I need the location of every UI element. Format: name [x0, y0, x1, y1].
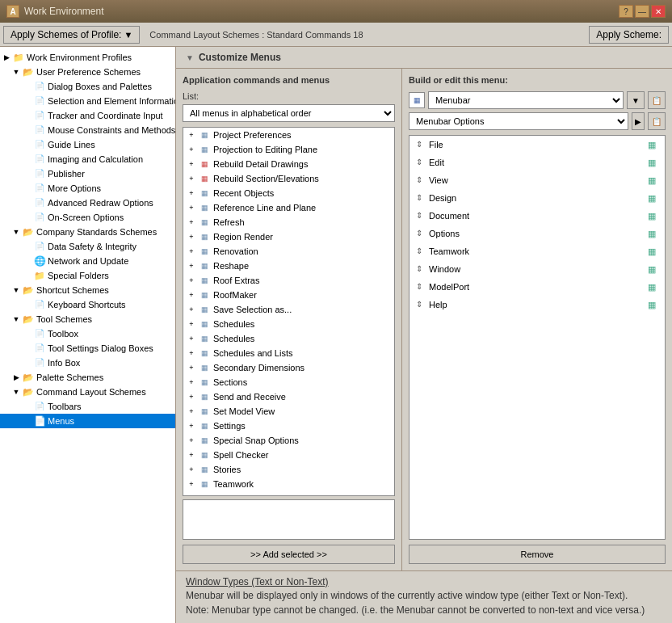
page-icon: 📄	[33, 299, 46, 310]
build-item-label: View	[429, 173, 448, 187]
title-bar-buttons[interactable]: ? — ✕	[619, 5, 666, 18]
expand-icon[interactable]: ▼	[11, 314, 21, 324]
sidebar-item-menus[interactable]: 📄 Menus	[0, 414, 175, 428]
item-label: Renovation	[213, 245, 258, 258]
close-button[interactable]: ✕	[651, 5, 666, 18]
sidebar-item-guide-lines[interactable]: 📄 Guide Lines	[0, 137, 175, 152]
build-list-item[interactable]: ⇕ Options ▦	[410, 225, 665, 242]
list-item[interactable]: + ▦ Region Render	[183, 229, 394, 244]
sidebar-item-label: Imaging and Calculation	[48, 153, 143, 166]
expand-icon[interactable]: ▼	[11, 67, 21, 77]
sidebar-item-command-layout[interactable]: ▼ 📂 Command Layout Schemes	[0, 385, 175, 399]
sidebar-item-on-screen[interactable]: 📄 On-Screen Options	[0, 210, 175, 225]
sidebar-item-publisher[interactable]: 📄 Publisher	[0, 166, 175, 181]
list-item[interactable]: + ▦ Roof Extras	[183, 273, 394, 288]
list-item[interactable]: + ▦ Recent Objects	[183, 186, 394, 200]
sidebar-item-info-box[interactable]: 📄 Info Box	[0, 356, 175, 370]
build-item-label: ModelPort	[429, 280, 469, 294]
list-item[interactable]: + ▦ Project Preferences	[183, 128, 394, 142]
list-dropdown[interactable]: All menus in alphabetical order	[183, 104, 395, 122]
add-selected-button[interactable]: >> Add selected >>	[183, 545, 395, 564]
sidebar-item-label: Tracker and Coordinate Input	[48, 109, 163, 122]
list-item[interactable]: + ▦ Special Snap Options	[183, 433, 394, 448]
sidebar-item-dialog-boxes[interactable]: 📄 Dialog Boxes and Palettes	[0, 79, 175, 94]
list-item[interactable]: + ▦ RoofMaker	[183, 288, 394, 302]
spacer	[23, 82, 32, 91]
list-item[interactable]: + ▦ Schedules	[183, 317, 394, 331]
options-copy-button[interactable]: 📋	[648, 112, 666, 130]
expand-icon[interactable]: ▼	[11, 285, 21, 295]
item-action-icon: ▦	[645, 299, 658, 310]
sidebar-item-tool-schemes[interactable]: ▼ 📂 Tool Schemes	[0, 312, 175, 326]
expand-icon[interactable]: ▼	[11, 387, 21, 397]
menubar-copy-button[interactable]: 📋	[648, 91, 666, 109]
list-item[interactable]: + ▦ Schedules	[183, 331, 394, 346]
help-button[interactable]: ?	[619, 5, 633, 18]
list-item[interactable]: + ▦ Renovation	[183, 244, 394, 259]
list-item[interactable]: + ▦ Projection to Editing Plane	[183, 142, 394, 157]
apply-schemes-dropdown[interactable]: Apply Schemes of Profile: ▼	[3, 26, 140, 44]
build-list-item[interactable]: ⇕ ModelPort ▦	[410, 278, 665, 296]
folder-open-icon: 📂	[22, 386, 35, 398]
sidebar-item-work-environment-profiles[interactable]: ▶ 📁 Work Environment Profiles	[0, 50, 175, 65]
sidebar-item-special-folders[interactable]: 📁 Special Folders	[0, 268, 175, 283]
sidebar-item-toolbox[interactable]: 📄 Toolbox	[0, 326, 175, 341]
collapse-arrow[interactable]: ▼	[186, 53, 194, 62]
list-item[interactable]: + ▦ Refresh	[183, 215, 394, 229]
sidebar-item-data-safety[interactable]: 📄 Data Safety & Integrity	[0, 239, 175, 254]
expand-icon: +	[187, 450, 196, 460]
sidebar-item-toolbars[interactable]: 📄 Toolbars	[0, 399, 175, 414]
minimize-button[interactable]: —	[635, 5, 649, 18]
build-list-item[interactable]: ⇕ Edit ▦	[410, 154, 665, 171]
build-item-label: Options	[429, 226, 460, 241]
commands-list-box: + ▦ Project Preferences + ▦ Projection t…	[183, 127, 395, 496]
build-list-item[interactable]: ⇕ Design ▦	[410, 189, 665, 207]
sidebar-item-imaging[interactable]: 📄 Imaging and Calculation	[0, 152, 175, 166]
sidebar-item-user-preference-schemes[interactable]: ▼ 📂 User Preference Schemes	[0, 65, 175, 79]
sidebar-item-selection[interactable]: 📄 Selection and Element Information	[0, 94, 175, 108]
expand-icon[interactable]: ▶	[11, 373, 21, 382]
build-list-item[interactable]: ⇕ Help ▦	[410, 296, 665, 314]
list-item[interactable]: + ▦ Send and Receive	[183, 389, 394, 404]
list-item[interactable]: + ▦ Reshape	[183, 259, 394, 273]
build-list-item[interactable]: ⇕ Document ▦	[410, 207, 665, 225]
sidebar-item-shortcut-schemes[interactable]: ▼ 📂 Shortcut Schemes	[0, 283, 175, 297]
sidebar-item-keyboard-shortcuts[interactable]: 📄 Keyboard Shortcuts	[0, 297, 175, 312]
list-item[interactable]: + ▦ Stories	[183, 462, 394, 477]
sidebar-item-company-standards[interactable]: ▼ 📂 Company Standards Schemes	[0, 225, 175, 239]
sidebar-item-more-options[interactable]: 📄 More Options	[0, 181, 175, 196]
list-item[interactable]: + ▦ Spell Checker	[183, 448, 394, 462]
build-list-item[interactable]: ⇕ Window ▦	[410, 260, 665, 278]
build-list-item[interactable]: ⇕ Teamwork ▦	[410, 242, 665, 260]
list-item[interactable]: + ▦ Rebuild Section/Elevations	[183, 171, 394, 186]
sidebar-item-tool-settings[interactable]: 📄 Tool Settings Dialog Boxes	[0, 341, 175, 356]
build-item-label: File	[429, 137, 443, 152]
list-item[interactable]: + ▦ Reference Line and Plane	[183, 200, 394, 215]
item-action-icon: ▦	[645, 175, 658, 186]
expand-icon[interactable]: ▼	[11, 227, 21, 237]
list-item[interactable]: + ▦ Teamwork	[183, 477, 394, 491]
menubar-options-select[interactable]: Menubar Options	[409, 112, 628, 130]
sidebar-item-mouse[interactable]: 📄 Mouse Constraints and Methods	[0, 123, 175, 137]
list-item[interactable]: + ▦ Schedules and Lists	[183, 346, 394, 360]
expand-icon: +	[187, 130, 196, 140]
sidebar-item-advanced-redraw[interactable]: 📄 Advanced Redraw Options	[0, 196, 175, 210]
build-list-item[interactable]: ⇕ File ▦	[410, 136, 665, 154]
reorder-icon: ⇕	[416, 244, 422, 259]
sidebar-item-palette-schemes[interactable]: ▶ 📂 Palette Schemes	[0, 370, 175, 385]
list-item[interactable]: + ▦ Set Model View	[183, 404, 394, 419]
menubar-expand-button[interactable]: ▼	[627, 91, 645, 109]
expand-icon[interactable]: ▶	[2, 53, 11, 62]
list-item[interactable]: + ▦ Settings	[183, 419, 394, 433]
apply-scheme-button[interactable]: Apply Scheme:	[589, 26, 669, 44]
options-expand-button[interactable]: ▶	[632, 112, 645, 130]
remove-button[interactable]: Remove	[409, 545, 666, 564]
list-item[interactable]: + ▦ Save Selection as...	[183, 302, 394, 317]
sidebar-item-network[interactable]: 🌐 Network and Update	[0, 254, 175, 268]
list-item[interactable]: + ▦ Secondary Dimensions	[183, 360, 394, 375]
list-item[interactable]: + ▦ Sections	[183, 375, 394, 389]
menubar-select[interactable]: Menubar	[428, 91, 624, 109]
build-list-item[interactable]: ⇕ View ▦	[410, 171, 665, 189]
list-item[interactable]: + ▦ Rebuild Detail Drawings	[183, 157, 394, 171]
sidebar-item-tracker[interactable]: 📄 Tracker and Coordinate Input	[0, 108, 175, 123]
